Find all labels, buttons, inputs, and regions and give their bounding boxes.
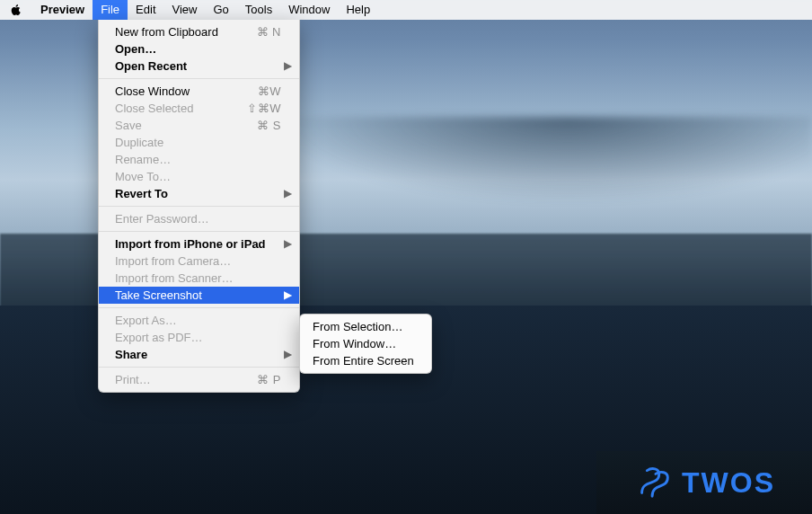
menu-item-close-selected: Close Selected⇧⌘W — [99, 100, 299, 117]
file-menu-dropdown: New from Clipboard⌘ NOpen…Open Recent▶Cl… — [98, 20, 300, 393]
menu-item-duplicate: Duplicate — [99, 134, 299, 151]
menu-help[interactable]: Help — [338, 0, 378, 20]
apple-menu-icon[interactable] — [9, 4, 23, 16]
menu-item-label: Open… — [115, 40, 281, 58]
menu-separator — [99, 367, 299, 368]
menu-tools[interactable]: Tools — [237, 0, 280, 20]
menu-view[interactable]: View — [164, 0, 206, 20]
submenu-from-window[interactable]: From Window… — [300, 335, 431, 352]
menu-item-close-window[interactable]: Close Window⌘W — [99, 83, 299, 100]
menu-item-label: Print… — [115, 371, 257, 388]
menu-item-label: Save — [115, 117, 257, 134]
menu-item-label: Close Window — [115, 83, 258, 100]
menu-item-open[interactable]: Open… — [99, 40, 299, 58]
menu-go[interactable]: Go — [205, 0, 236, 20]
menu-item-shortcut: ⌘ P — [257, 371, 281, 388]
menu-separator — [99, 206, 299, 207]
menu-item-new-from-clipboard[interactable]: New from Clipboard⌘ N — [99, 23, 299, 40]
menu-item-label: Revert To — [115, 185, 281, 202]
submenu-from-entire-screen[interactable]: From Entire Screen — [300, 352, 431, 369]
menu-item-import-from-iphone-or-ipad[interactable]: Import from iPhone or iPad▶ — [99, 235, 299, 253]
menu-item-label: Duplicate — [115, 134, 281, 151]
menu-item-rename: Rename… — [99, 151, 299, 168]
menu-item-label: Share — [115, 346, 281, 363]
menu-item-enter-password: Enter Password… — [99, 210, 299, 227]
menu-item-label: Export as PDF… — [115, 329, 281, 346]
menu-item-import-from-camera: Import from Camera… — [99, 253, 299, 270]
menu-item-import-from-scanner: Import from Scanner… — [99, 270, 299, 287]
menu-item-save: Save⌘ S — [99, 117, 299, 134]
menu-item-label: Close Selected — [115, 100, 247, 117]
menu-item-move-to: Move To… — [99, 168, 299, 185]
chevron-right-icon: ▶ — [284, 346, 292, 363]
chevron-right-icon: ▶ — [284, 235, 292, 253]
menu-item-export-as-pdf: Export as PDF… — [99, 329, 299, 346]
app-name[interactable]: Preview — [32, 0, 93, 20]
menu-item-shortcut: ⇧⌘W — [247, 100, 281, 117]
menu-item-label: Import from Camera… — [115, 253, 281, 270]
menu-separator — [99, 307, 299, 308]
menu-item-share[interactable]: Share▶ — [99, 346, 299, 363]
take-screenshot-submenu: From Selection… From Window… From Entire… — [299, 314, 432, 374]
menu-item-label: Export As… — [115, 312, 281, 329]
menu-item-label: Open Recent — [115, 58, 281, 75]
menu-item-label: Import from Scanner… — [115, 270, 281, 287]
menu-item-revert-to[interactable]: Revert To▶ — [99, 185, 299, 202]
menu-item-label: New from Clipboard — [115, 23, 257, 40]
chevron-right-icon: ▶ — [284, 185, 292, 202]
twos-watermark: TWOS — [596, 451, 812, 514]
menu-item-label: Rename… — [115, 151, 281, 168]
menu-window[interactable]: Window — [280, 0, 338, 20]
chevron-right-icon: ▶ — [284, 58, 292, 75]
menu-bar: Preview File Edit View Go Tools Window H… — [0, 0, 812, 20]
submenu-from-selection[interactable]: From Selection… — [300, 318, 431, 335]
menu-item-label: Move To… — [115, 168, 281, 185]
menu-item-shortcut: ⌘ S — [257, 117, 281, 134]
twos-watermark-text: TWOS — [682, 466, 775, 500]
menu-item-label: Take Screenshot — [115, 287, 281, 304]
menu-item-export-as: Export As… — [99, 312, 299, 329]
menu-edit[interactable]: Edit — [128, 0, 163, 20]
chevron-right-icon: ▶ — [284, 287, 292, 304]
menu-item-print: Print…⌘ P — [99, 371, 299, 388]
menu-separator — [99, 78, 299, 79]
menu-item-shortcut: ⌘W — [258, 83, 281, 100]
menu-item-label: Enter Password… — [115, 210, 281, 227]
menu-separator — [99, 231, 299, 232]
menu-file[interactable]: File — [93, 0, 128, 20]
twos-logo-icon — [633, 462, 675, 503]
menu-item-open-recent[interactable]: Open Recent▶ — [99, 58, 299, 75]
menu-item-shortcut: ⌘ N — [257, 23, 282, 40]
menu-item-take-screenshot[interactable]: Take Screenshot▶ — [99, 287, 299, 304]
menu-item-label: Import from iPhone or iPad — [115, 235, 281, 253]
